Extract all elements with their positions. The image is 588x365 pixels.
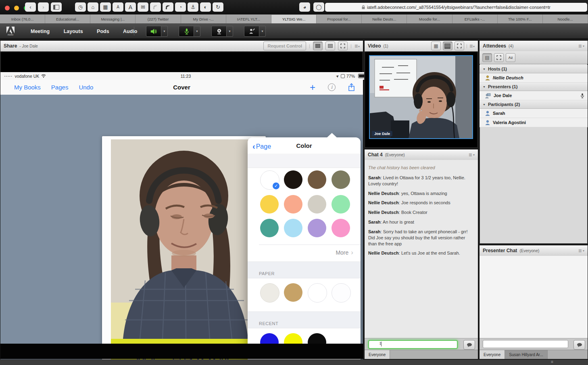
history-icon[interactable]: ◷ bbox=[75, 2, 86, 12]
swatch-salmon[interactable] bbox=[284, 195, 302, 214]
presenter-chat-tab-susan[interactable]: Susan Hillyard Ar... bbox=[505, 350, 547, 359]
attendees-pod-menu-icon[interactable]: ≣▾ bbox=[578, 44, 584, 49]
browser-tab[interactable]: The 100% F... bbox=[498, 15, 543, 23]
reload-icon[interactable]: ↻ bbox=[213, 2, 223, 12]
swatch-olive[interactable] bbox=[332, 170, 350, 189]
attendee-row-participant[interactable]: Valeria Agostini bbox=[480, 118, 588, 127]
timer-icon[interactable]: ◔ bbox=[175, 2, 186, 12]
airplay-icon[interactable] bbox=[150, 2, 161, 12]
chat-pod-menu-icon[interactable]: ≣▾ bbox=[469, 152, 475, 158]
presenter-chat-message-list[interactable] bbox=[480, 256, 588, 338]
font-larger-icon[interactable]: A bbox=[125, 2, 136, 12]
extension-badge-icon[interactable]: ◕ bbox=[299, 2, 310, 12]
browser-tab[interactable]: Educational... bbox=[45, 15, 90, 23]
request-control-button[interactable]: Request Control bbox=[263, 41, 306, 50]
opera-ring-icon[interactable]: ◯ bbox=[313, 2, 324, 12]
back-button[interactable]: ‹ bbox=[25, 2, 36, 12]
chat-tab-everyone[interactable]: Everyone bbox=[365, 350, 390, 359]
browser-tab[interactable]: (227) Twitter bbox=[136, 15, 181, 23]
sidebar-icon[interactable] bbox=[51, 2, 62, 12]
microphone-dropdown[interactable]: ▼ bbox=[194, 26, 200, 37]
browser-tab[interactable]: Nellie Deuts... bbox=[362, 15, 407, 23]
minimize-window-button[interactable] bbox=[14, 6, 19, 10]
status-button[interactable] bbox=[244, 26, 259, 37]
browser-tab[interactable]: IATEFL YLT... bbox=[226, 15, 271, 23]
presenter-send-chat-icon[interactable] bbox=[573, 340, 585, 350]
globe-icon[interactable]: ◐ bbox=[200, 2, 211, 12]
share-pod-menu-icon[interactable]: ≣▾ bbox=[354, 44, 360, 49]
share-view-alt-icon[interactable] bbox=[325, 41, 335, 50]
browser-tab[interactable]: My Drive -... bbox=[181, 15, 226, 23]
browser-tab[interactable]: Messaging |... bbox=[90, 15, 136, 23]
swatch-white[interactable]: ✓ bbox=[260, 170, 279, 190]
filmstrip-view-icon[interactable] bbox=[443, 41, 452, 50]
browser-tab[interactable]: Inbox (76,0... bbox=[0, 15, 45, 23]
address-bar[interactable]: iatefl.adobeconnect.com/_a875541554/ylts… bbox=[325, 3, 587, 12]
info-button[interactable]: i bbox=[328, 83, 336, 91]
speaker-button[interactable] bbox=[146, 26, 161, 37]
menu-audio[interactable]: Audio bbox=[123, 29, 137, 34]
share-view-icon[interactable] bbox=[313, 41, 323, 50]
browser-tab-active[interactable]: YLTSIG We... bbox=[271, 15, 317, 23]
resize-handle-icon[interactable]: = bbox=[551, 360, 553, 364]
browser-tab[interactable]: Proposal for... bbox=[317, 15, 362, 23]
status-dropdown[interactable]: ▼ bbox=[259, 26, 266, 37]
presenter-chat-menu-icon[interactable]: ≣▾ bbox=[578, 248, 584, 253]
menu-meeting[interactable]: Meeting bbox=[31, 29, 50, 34]
add-button[interactable]: + bbox=[310, 82, 315, 93]
microphone-icon bbox=[183, 28, 190, 35]
attendees-group-presenters[interactable]: ▼ Presenters (1) bbox=[480, 83, 588, 91]
chat-input[interactable]: I bbox=[368, 340, 458, 349]
attendee-status-view-icon[interactable]: Az bbox=[506, 53, 515, 62]
swatch-mint[interactable] bbox=[332, 195, 350, 214]
presenter-chat-tab-everyone[interactable]: Everyone bbox=[480, 350, 505, 359]
browser-tab[interactable]: EFLtalks -... bbox=[452, 15, 498, 23]
share-sheet-button[interactable] bbox=[348, 83, 355, 91]
menu-layouts[interactable]: Layouts bbox=[64, 29, 83, 34]
fullscreen-icon[interactable] bbox=[338, 41, 348, 50]
extension-anchor-icon[interactable]: ⚓ bbox=[188, 2, 198, 12]
paper-lined[interactable] bbox=[332, 283, 351, 303]
webcam-dropdown[interactable]: ▼ bbox=[227, 26, 233, 37]
swatch-black[interactable] bbox=[284, 170, 302, 189]
attendees-group-hosts[interactable]: ▼ Hosts (1) bbox=[480, 65, 588, 73]
chat-message-list[interactable]: The chat history has been cleared Sarah:… bbox=[365, 160, 478, 338]
home-icon[interactable]: ⌂ bbox=[88, 2, 98, 12]
browser-tab[interactable]: Moodle for... bbox=[407, 15, 452, 23]
attendee-row-participant[interactable]: Sarah bbox=[480, 109, 588, 118]
paper-grid[interactable] bbox=[308, 283, 327, 303]
speaker-dropdown[interactable]: ▼ bbox=[161, 26, 168, 37]
swatch-yellow[interactable] bbox=[260, 195, 279, 214]
mail-icon[interactable]: ✉ bbox=[138, 2, 148, 12]
menu-pods[interactable]: Pods bbox=[97, 29, 109, 34]
send-chat-icon[interactable] bbox=[463, 340, 475, 350]
rss-icon[interactable] bbox=[163, 2, 173, 12]
browser-tab[interactable]: Noodle... bbox=[543, 15, 588, 23]
attendee-list-view-icon[interactable]: ▤ bbox=[482, 53, 492, 62]
webcam-video[interactable]: Joe Dale bbox=[369, 55, 473, 139]
swatch-pink[interactable] bbox=[332, 219, 350, 237]
forward-button[interactable]: › bbox=[38, 2, 49, 12]
swatch-lavender[interactable] bbox=[308, 219, 326, 237]
grid-view-icon[interactable]: ▦ bbox=[431, 41, 441, 50]
more-colors-link[interactable]: More › bbox=[336, 249, 353, 257]
webcam-button[interactable] bbox=[211, 26, 227, 37]
attendee-breakout-icon[interactable] bbox=[494, 53, 504, 62]
swatch-warm-gray[interactable] bbox=[308, 195, 326, 214]
swatch-brown[interactable] bbox=[308, 170, 326, 189]
book-cover-page[interactable]: MY EBOOK bbox=[102, 136, 266, 365]
video-pod-menu-icon[interactable]: ≣▾ bbox=[469, 44, 475, 49]
microphone-button[interactable] bbox=[179, 26, 194, 37]
paper-kraft[interactable] bbox=[284, 283, 302, 302]
close-window-button[interactable] bbox=[5, 6, 10, 10]
swatch-sky-blue[interactable] bbox=[284, 219, 302, 237]
attendee-row-host[interactable]: Nellie Deutsch bbox=[480, 73, 588, 83]
swatch-teal[interactable] bbox=[260, 219, 279, 237]
presenter-chat-input[interactable] bbox=[483, 340, 568, 348]
top-sites-icon[interactable]: ▦ bbox=[100, 2, 111, 12]
paper-plain[interactable] bbox=[260, 283, 279, 303]
font-smaller-icon[interactable]: A bbox=[113, 2, 123, 12]
attendees-group-participants[interactable]: ▼ Participants (2) bbox=[480, 100, 588, 109]
attendee-row-presenter[interactable]: Joe Dale bbox=[480, 91, 588, 100]
video-fullscreen-icon[interactable] bbox=[455, 41, 464, 50]
